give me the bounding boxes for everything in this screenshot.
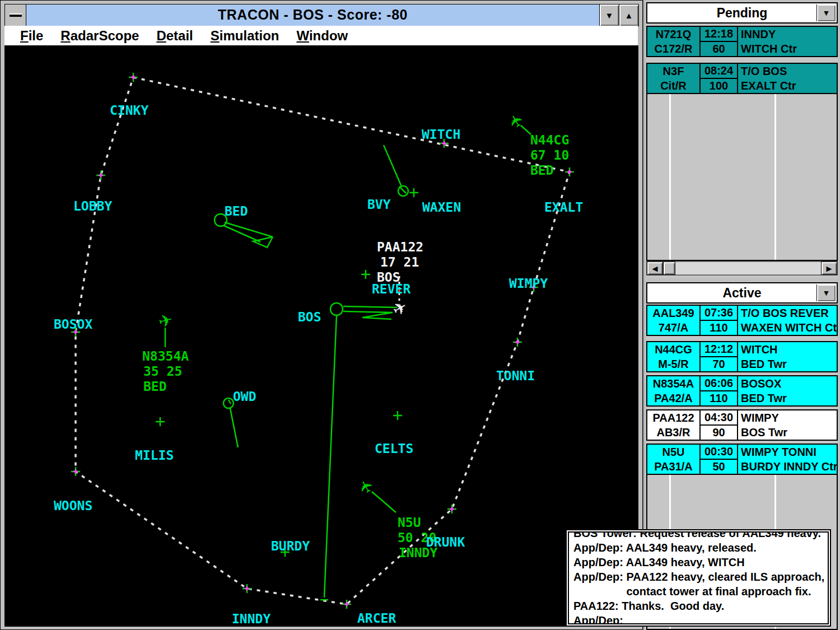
strip-callsign: N8354A: [647, 377, 699, 390]
strip-route-1: T/O BOS: [741, 65, 837, 78]
window-titlebar: TRACON - BOS - Score: -80 ▼ ▲: [4, 4, 639, 26]
n8354a-alt-speed: 35 25: [143, 364, 182, 379]
fix-label-tonni: TONNI: [496, 368, 535, 383]
airport-bvy[interactable]: [398, 186, 408, 196]
message-line: PAA122: Thanks. Good day.: [569, 599, 828, 613]
strip-route-2: BURDY INNDY Ctr: [741, 460, 837, 473]
n8354a-datablock: N8354A 35 25 BED: [142, 349, 189, 394]
fix-label-bosox: BOSOX: [54, 317, 92, 332]
message-line: BOS Tower: Request release of AAL349 hea…: [569, 531, 828, 540]
strip-route-2: WAXEN WITCH Ctr: [741, 321, 837, 334]
bos-ils-line: [320, 316, 337, 600]
paa122-alt-speed: 17 21: [380, 255, 419, 269]
menu-radarscope[interactable]: RadarScope: [60, 28, 139, 44]
sector-boundary: [76, 77, 570, 604]
message-line-input[interactable]: App/Dep:: [569, 613, 828, 624]
strip-time: 12:12: [701, 342, 737, 357]
chevron-down-icon: ▼: [823, 288, 830, 297]
flight-strip-n5u[interactable]: N5U PA31/A 00:30 50 WIMPY TONNI BURDY IN…: [646, 444, 838, 475]
airport-label-bos: BOS: [298, 310, 321, 324]
fix-cross-rever: [361, 270, 370, 279]
paa122-plane-icon[interactable]: ✈: [389, 296, 411, 320]
minimize-button[interactable]: ▼: [599, 4, 619, 26]
strip-altitude: 70: [701, 357, 737, 371]
strip-actype: PA42/A: [647, 392, 699, 405]
fix-label-cinky: CINKY: [110, 103, 148, 118]
airport-bed[interactable]: [214, 214, 273, 248]
strip-route-1: WIMPY TONNI: [741, 446, 837, 459]
pending-horizontal-scrollbar[interactable]: ◀ ▶: [646, 261, 838, 276]
tracon-screen: TRACON - BOS - Score: -80 ▼ ▲ File Radar…: [0, 0, 840, 630]
window-title: TRACON - BOS - Score: -80: [26, 4, 599, 26]
airport-label-owd: OWD: [233, 389, 256, 404]
fix-cross-milis: [156, 417, 165, 426]
minimize-icon: ▼: [605, 11, 614, 20]
empty-strip-divider: [669, 94, 671, 260]
maximize-button[interactable]: ▲: [619, 4, 638, 26]
strip-altitude: 110: [701, 321, 737, 335]
flight-strip-n721q[interactable]: N721Q C172/R 12:18 60 INNDY WITCH Ctr: [646, 26, 838, 57]
strip-route-1: WITCH: [741, 343, 837, 356]
strip-route-2: WITCH Ctr: [741, 43, 837, 55]
menu-file[interactable]: File: [20, 28, 43, 44]
strip-time: 00:30: [701, 445, 737, 460]
n5u-leader-line: [372, 492, 396, 512]
strip-altitude: 50: [701, 460, 737, 474]
strip-time: 04:30: [701, 410, 737, 426]
flight-strip-n8354a[interactable]: N8354A PA42/A 06:06 110 BOSOX BED Twr: [646, 375, 838, 407]
strip-callsign: PAA122: [647, 412, 699, 424]
strip-actype: Cit/R: [647, 80, 699, 92]
strip-actype: M-5/R: [647, 358, 699, 371]
airport-label-bvy: BVY: [367, 197, 391, 212]
strip-callsign: N44CG: [647, 343, 699, 356]
scroll-left-button[interactable]: ◀: [647, 262, 663, 275]
scrollbar-thumb[interactable]: [663, 262, 675, 275]
flight-strip-aal349[interactable]: AAL349 747/A 07:36 110 T/O BOS REVER WAX…: [646, 305, 838, 336]
n8354a-destination: BED: [143, 379, 167, 394]
strip-route-1: INNDY: [741, 28, 837, 41]
approach-lines: [230, 145, 402, 600]
strip-callsign: N721Q: [647, 28, 699, 41]
flight-strip-paa122-selected[interactable]: PAA122 AB3/R 04:30 90 WIMPY BOS Twr: [646, 409, 838, 441]
menu-detail[interactable]: Detail: [156, 28, 193, 44]
boundary-fix-magenta-dots: [73, 75, 572, 606]
scrollbar-track[interactable]: [675, 262, 821, 275]
strip-time: 07:36: [701, 306, 737, 321]
aircraft-n8354a[interactable]: ✈ N8354A 35 25 BED: [142, 309, 189, 394]
active-panel-title: Active: [722, 286, 761, 300]
chevron-down-icon: ▼: [823, 8, 830, 17]
strip-altitude: 110: [701, 391, 737, 405]
airport-bos[interactable]: [330, 303, 397, 319]
n44cg-alt-speed: 67 10: [530, 148, 569, 162]
aircraft-n5u[interactable]: ✈ N5U 50 20 INNDY: [354, 475, 437, 560]
radio-message-window: BOS Tower: Request release of AAL349 hea…: [566, 529, 831, 627]
strip-time: 06:06: [701, 376, 737, 391]
strip-actype: C172/R: [647, 43, 699, 55]
control-menu-button[interactable]: [5, 4, 26, 26]
menu-window[interactable]: Window: [296, 28, 348, 44]
aircraft-n44cg[interactable]: ✈ N44CG 67 10 BED: [504, 110, 569, 178]
scroll-right-button[interactable]: ▶: [821, 262, 837, 275]
empty-strip-divider: [774, 94, 776, 260]
bvy-approach-line: [384, 145, 402, 186]
message-line: App/Dep: PAA122 heavy, cleared ILS appro…: [569, 570, 828, 584]
fix-label-wimpy: WIMPY: [509, 276, 548, 291]
flight-strip-n44cg[interactable]: N44CG M-5/R 12:12 70 WITCH BED Twr: [646, 341, 838, 372]
fix-label-waxen: WAXEN: [422, 200, 461, 214]
strip-actype: PA31/A: [647, 460, 699, 473]
paa122-datablock: PAA122 17 21 BOS: [377, 240, 423, 284]
n8354a-plane-icon[interactable]: ✈: [156, 309, 175, 332]
strip-route-1: T/O BOS REVER: [741, 307, 837, 320]
strip-route-1: WIMPY: [741, 412, 837, 424]
control-menu-icon: [10, 13, 22, 17]
active-dropdown-button[interactable]: ▼: [816, 284, 836, 301]
fix-markers: [71, 73, 574, 609]
aircraft-paa122[interactable]: ✈ PAA122 17 21 BOS: [377, 240, 423, 320]
menu-simulation[interactable]: Simulation: [211, 28, 279, 44]
flight-strip-n3f[interactable]: N3F Cit/R 08:24 100 T/O BOS EXALT Ctr: [646, 63, 838, 94]
n8354a-callsign: N8354A: [142, 349, 189, 363]
nav-labels: CINKY LOBBY BOSOX WOONS MILIS INNDY BURD…: [54, 103, 583, 626]
radar-scope[interactable]: ✈ PAA122 17 21 BOS ✈ N44CG 67 10 BED: [4, 45, 638, 627]
airport-owd[interactable]: [223, 398, 234, 408]
pending-dropdown-button[interactable]: ▼: [816, 4, 836, 21]
